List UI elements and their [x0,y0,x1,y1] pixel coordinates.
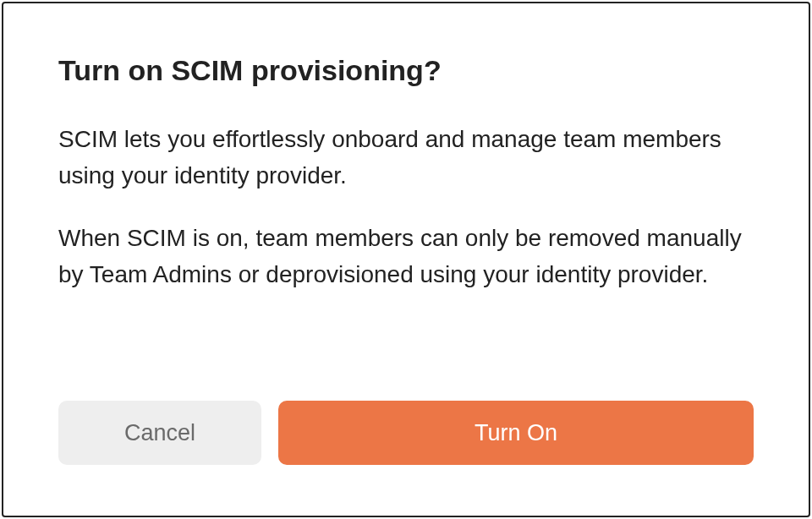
dialog-body: SCIM lets you effortlessly onboard and m… [58,121,754,384]
dialog-paragraph-1: SCIM lets you effortlessly onboard and m… [58,121,754,194]
cancel-button[interactable]: Cancel [58,401,261,465]
dialog-paragraph-2: When SCIM is on, team members can only b… [58,220,754,293]
turn-on-button[interactable]: Turn On [278,401,754,465]
confirmation-dialog: Turn on SCIM provisioning? SCIM lets you… [2,2,810,517]
dialog-actions: Cancel Turn On [58,401,754,465]
dialog-title: Turn on SCIM provisioning? [58,54,754,87]
